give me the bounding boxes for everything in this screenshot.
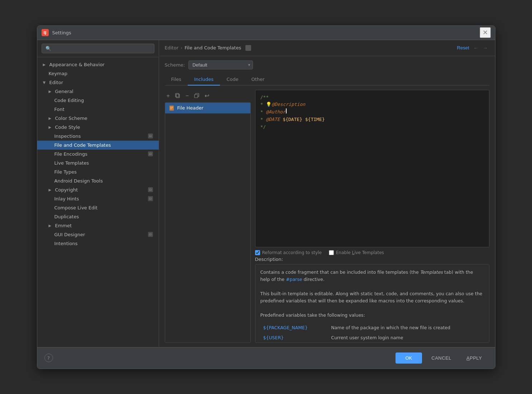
tab-includes[interactable]: Includes [188,74,220,86]
svg-rect-2 [195,94,198,98]
desc-user-link[interactable]: ${USER} [263,335,284,340]
sidebar-item-keymap[interactable]: Keymap [37,69,159,78]
sidebar-item-file-encodings[interactable]: File Encodings ⊟ [37,150,159,159]
chevron-right-icon-copyright: ▶ [49,188,53,192]
desc-package-name-link[interactable]: ${PACKAGE_NAME} [263,325,308,330]
dialog-title: Settings [52,30,480,35]
template-file-icon [169,105,174,111]
duplicate-template-button[interactable] [192,92,201,100]
help-button[interactable]: ? [44,354,53,362]
sidebar-item-code-style[interactable]: ▶ Code Style [37,123,159,132]
ok-button[interactable]: OK [396,352,422,364]
code-editor[interactable]: /** * 💡 @Description * @Author [255,90,489,247]
desc-text-2: This built-in template is editable. Alon… [260,291,483,303]
description-box: Contains a code fragment that can be inc… [255,264,489,343]
template-item-file-header[interactable]: File Header [165,103,250,113]
scheme-select[interactable]: Default [188,60,253,69]
panel-body: Scheme: Default Files Includes Code Othe… [159,56,495,347]
chevron-right-icon: ▶ [43,63,47,67]
desc-parse-link[interactable]: #parse [286,277,302,282]
description-label: Description: [255,257,489,262]
tab-other[interactable]: Other [245,74,271,86]
copy-template-button[interactable] [173,92,182,100]
nav-arrows: ← → [472,44,489,52]
scheme-row: Scheme: Default [165,60,489,69]
reformat-checkbox-wrap[interactable]: Reformat according to style [255,250,322,255]
gui-designer-badge: ⊟ [148,232,153,237]
sidebar: ▶ Appearance & Behavior Keymap ▼ Editor … [37,40,159,347]
file-template-icon [169,105,174,111]
sidebar-item-emmet[interactable]: ▶ Emmet [37,221,159,230]
breadcrumb-current: File and Code Templates [184,45,241,50]
tab-files[interactable]: Files [165,74,188,86]
templates-toolbar: + − [165,90,251,102]
code-line-4: * @DATE ${DATE} ${TIME} [260,116,484,123]
inlay-hints-badge: ⊟ [148,196,153,201]
description-section: Description: Contains a code fragment th… [255,257,489,343]
desc-user-desc: Current user system login name [329,333,483,342]
tab-content: + − [165,90,489,343]
sidebar-item-file-types[interactable]: File Types [37,167,159,176]
tabs: Files Includes Code Other [165,74,489,86]
sidebar-item-inlay-hints[interactable]: Inlay Hints ⊟ [37,194,159,203]
desc-variables-table: ${PACKAGE_NAME} Name of the package in w… [260,322,484,343]
code-editor-panel: /** * 💡 @Description * @Author [255,90,489,343]
sidebar-item-general[interactable]: ▶ General [37,87,159,96]
apply-button[interactable]: APPLY [461,352,488,364]
revert-template-button[interactable]: ↩ [203,92,211,99]
sidebar-item-file-and-code-templates[interactable]: File and Code Templates [37,141,159,150]
copyright-badge: ⊟ [148,187,153,192]
sidebar-item-editor[interactable]: ▼ Editor [37,78,159,87]
inspections-badge: ⊟ [148,133,153,138]
add-template-button[interactable]: + [165,92,172,99]
sidebar-item-intentions[interactable]: Intentions [37,239,159,248]
sidebar-item-copyright[interactable]: ▶ Copyright ⊟ [37,185,159,194]
sidebar-item-font[interactable]: Font [37,105,159,114]
sidebar-item-gui-designer[interactable]: GUI Designer ⊟ [37,230,159,239]
reset-button[interactable]: Reset [457,45,469,50]
breadcrumb: Editor › File and Code Templates [165,45,251,51]
nav-tree: ▶ Appearance & Behavior Keymap ▼ Editor … [37,57,159,347]
chevron-right-icon-code-style: ▶ [49,125,53,129]
text-cursor [286,108,287,113]
desc-text-1: Contains a code fragment that can be inc… [260,269,473,282]
sidebar-item-compose-live-edit[interactable]: Compose Live Edit [37,203,159,212]
enable-live-templates-label: Enable Live Templates [336,250,384,255]
reformat-checkbox[interactable] [255,250,260,255]
sidebar-item-appearance-behavior[interactable]: ▶ Appearance & Behavior [37,60,159,69]
settings-dialog: IJ Settings ✕ ▶ Appearance & Behavior Ke… [37,25,495,369]
cancel-button[interactable]: CANCEL [426,352,457,364]
code-line-3: * @Author [260,108,484,116]
reformat-label: Reformat according to style [262,250,322,255]
close-button[interactable]: ✕ [480,27,491,38]
main-content: ▶ Appearance & Behavior Keymap ▼ Editor … [37,40,495,347]
enable-live-templates-checkbox[interactable] [329,250,334,255]
chevron-down-icon: ▼ [43,81,47,84]
footer-buttons: OK CANCEL APPLY [396,352,488,364]
breadcrumb-settings-icon[interactable] [245,45,251,51]
remove-template-button[interactable]: − [184,92,191,99]
desc-variable-row-1: ${PACKAGE_NAME} Name of the package in w… [261,323,483,332]
enable-live-templates-checkbox-wrap[interactable]: Enable Live Templates [329,250,384,255]
templates-list: File Header [165,102,251,343]
sidebar-item-live-templates[interactable]: Live Templates [37,159,159,167]
code-line-5: */ [260,123,484,131]
breadcrumb-parent: Editor [165,45,178,50]
template-item-label: File Header [177,105,203,111]
sidebar-item-inspections[interactable]: Inspections ⊟ [37,132,159,141]
chevron-right-icon-general: ▶ [49,89,53,93]
nav-back-button[interactable]: ← [472,44,480,52]
sidebar-item-code-editing[interactable]: Code Editing [37,96,159,105]
templates-list-panel: + − [165,90,251,343]
code-line-1: /** [260,94,484,101]
nav-forward-button[interactable]: → [481,44,489,52]
app-icon: IJ [42,29,49,36]
sidebar-item-color-scheme[interactable]: ▶ Color Scheme [37,114,159,123]
search-box [37,40,159,57]
sidebar-item-duplicates[interactable]: Duplicates [37,212,159,221]
search-input[interactable] [42,44,154,53]
sidebar-item-android-design-tools[interactable]: Android Design Tools [37,176,159,185]
file-encodings-badge: ⊟ [148,151,153,156]
chevron-right-icon-emmet: ▶ [49,224,53,228]
tab-code[interactable]: Code [220,74,245,86]
